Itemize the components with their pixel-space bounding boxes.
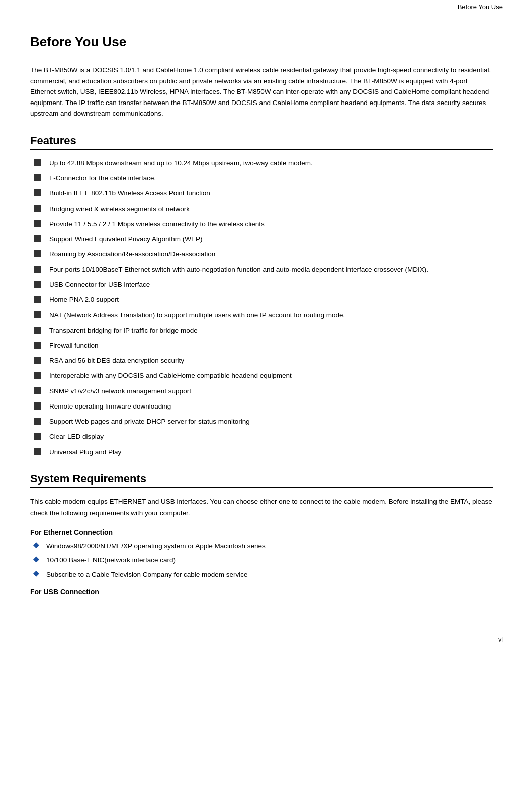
usb-subsection-title: For USB Connection [30, 588, 493, 596]
feature-text: SNMP v1/v2c/v3 network management suppor… [49, 386, 191, 396]
feature-text: Clear LED display [49, 432, 104, 442]
page-content: Before You Use The BT-M850W is a DOCSIS … [0, 14, 523, 621]
feature-text: Firewall function [49, 341, 99, 351]
page-title: Before You Use [30, 34, 493, 50]
list-item: Universal Plug and Play [30, 447, 493, 457]
feature-text: Home PNA 2.0 support [49, 295, 119, 305]
ethernet-subsection-title: For Ethernet Connection [30, 528, 493, 536]
list-item: Home PNA 2.0 support [30, 295, 493, 305]
list-item: Subscribe to a Cable Television Company … [30, 570, 493, 580]
feature-text: Four ports 10/100BaseT Ethernet switch w… [49, 265, 428, 275]
feature-text: Build-in IEEE 802.11b Wireless Access Po… [49, 188, 210, 198]
bullet-icon [34, 357, 41, 364]
system-requirements-section-title: System Requirements [30, 472, 493, 488]
list-item: NAT (Network Address Translation) to sup… [30, 310, 493, 320]
feature-text: F-Connector for the cable interface. [49, 173, 156, 183]
feature-text: USB Connector for USB interface [49, 280, 150, 290]
ethernet-item-text: 10/100 Base-T NIC(network interface card… [46, 555, 176, 565]
feature-text: Up to 42.88 Mbps downstream and up to 10… [49, 158, 313, 168]
feature-text: Provide 11 / 5.5 / 2 / 1 Mbps wireless c… [49, 219, 265, 229]
bullet-icon [34, 205, 41, 212]
page-footer: vi [0, 631, 523, 648]
list-item: Interoperable with any DOCSIS and CableH… [30, 371, 493, 381]
list-item: F-Connector for the cable interface. [30, 173, 493, 183]
sysreq-intro: This cable modem equips ETHERNET and USB… [30, 496, 493, 518]
page-number: vi [498, 636, 503, 643]
bullet-icon [34, 281, 41, 288]
list-item: Transparent bridging for IP traffic for … [30, 326, 493, 336]
ethernet-item-text: Subscribe to a Cable Television Company … [46, 570, 247, 580]
features-list: Up to 42.88 Mbps downstream and up to 10… [30, 158, 493, 457]
list-item: Roaming by Association/Re-association/De… [30, 249, 493, 259]
feature-text: Roaming by Association/Re-association/De… [49, 249, 215, 259]
list-item: Firewall function [30, 341, 493, 351]
bullet-icon [34, 250, 41, 257]
bullet-icon [34, 159, 41, 166]
header-title: Before You Use [458, 3, 503, 11]
ethernet-list: Windows98/2000/NT/ME/XP operating system… [30, 541, 493, 580]
list-item: Support Wired Equivalent Privacy Algorit… [30, 234, 493, 244]
ethernet-item-text: Windows98/2000/NT/ME/XP operating system… [46, 541, 266, 551]
list-item: Remote operating firmware downloading [30, 401, 493, 412]
feature-text: Bridging wired & wireless segments of ne… [49, 204, 190, 214]
list-item: Clear LED display [30, 432, 493, 442]
feature-text: Transparent bridging for IP traffic for … [49, 326, 198, 336]
feature-text: Support Wired Equivalent Privacy Algorit… [49, 234, 203, 244]
list-item: Support Web pages and private DHCP serve… [30, 417, 493, 427]
bullet-icon [34, 311, 41, 318]
diamond-icon [33, 571, 39, 577]
feature-text: NAT (Network Address Translation) to sup… [49, 310, 345, 320]
feature-text: Support Web pages and private DHCP serve… [49, 417, 250, 427]
bullet-icon [34, 387, 41, 394]
feature-text: Universal Plug and Play [49, 447, 121, 457]
list-item: Windows98/2000/NT/ME/XP operating system… [30, 541, 493, 551]
list-item: SNMP v1/v2c/v3 network management suppor… [30, 386, 493, 396]
diamond-icon [33, 556, 39, 562]
bullet-icon [34, 327, 41, 334]
list-item: RSA and 56 bit DES data encryption secur… [30, 356, 493, 366]
bullet-icon [34, 433, 41, 440]
list-item: 10/100 Base-T NIC(network interface card… [30, 555, 493, 565]
bullet-icon [34, 402, 41, 410]
bullet-icon [34, 220, 41, 227]
list-item: USB Connector for USB interface [30, 280, 493, 290]
bullet-icon [34, 448, 41, 455]
list-item: Provide 11 / 5.5 / 2 / 1 Mbps wireless c… [30, 219, 493, 229]
bullet-icon [34, 418, 41, 425]
intro-paragraph: The BT-M850W is a DOCSIS 1.0/1.1 and Cab… [30, 65, 493, 119]
bullet-icon [34, 342, 41, 349]
feature-text: RSA and 56 bit DES data encryption secur… [49, 356, 184, 366]
bullet-icon [34, 266, 41, 273]
bullet-icon [34, 296, 41, 303]
page-header: Before You Use [0, 0, 523, 14]
list-item: Build-in IEEE 802.11b Wireless Access Po… [30, 188, 493, 198]
features-section-title: Features [30, 134, 493, 150]
diamond-icon [33, 542, 39, 548]
bullet-icon [34, 372, 41, 379]
feature-text: Interoperable with any DOCSIS and CableH… [49, 371, 292, 381]
list-item: Up to 42.88 Mbps downstream and up to 10… [30, 158, 493, 168]
list-item: Bridging wired & wireless segments of ne… [30, 204, 493, 214]
bullet-icon [34, 189, 41, 196]
list-item: Four ports 10/100BaseT Ethernet switch w… [30, 265, 493, 275]
bullet-icon [34, 235, 41, 242]
feature-text: Remote operating firmware downloading [49, 401, 171, 412]
bullet-icon [34, 174, 41, 181]
